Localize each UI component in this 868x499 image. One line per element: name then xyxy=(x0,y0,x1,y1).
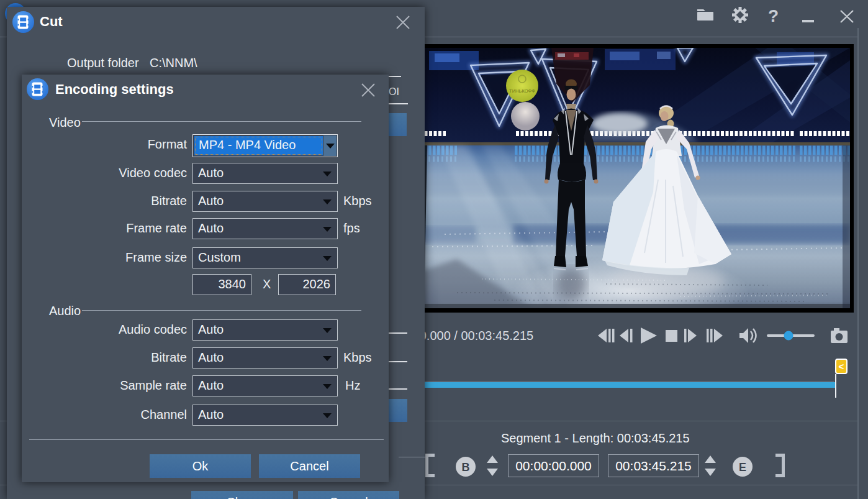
svg-text:ТИНЬКОФФ: ТИНЬКОФФ xyxy=(509,88,535,94)
svg-text:B: B xyxy=(462,461,470,474)
svg-text:?: ? xyxy=(768,6,779,25)
svg-text:E: E xyxy=(739,461,746,474)
